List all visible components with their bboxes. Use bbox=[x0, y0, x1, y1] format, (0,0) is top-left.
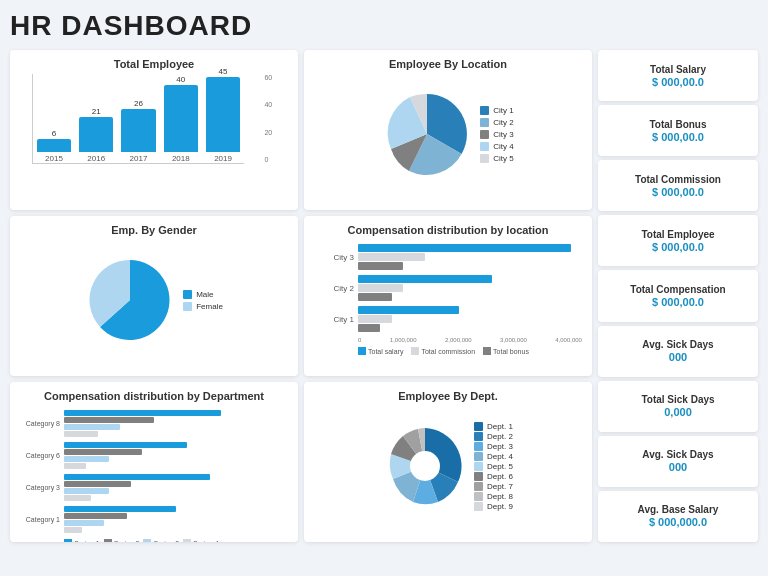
comp-dept-bars: Category 8 Category 6 Category 3 bbox=[20, 406, 288, 542]
hbar-cat3: Category 3 bbox=[20, 474, 288, 501]
main-grid: Total Employee 6 2015 21 2016 26 2017 bbox=[10, 50, 758, 542]
comp-by-dept-card: Compensation distribution by Department … bbox=[10, 382, 298, 542]
kpi-total-sick-days: Total Sick Days 0,000 bbox=[598, 381, 758, 432]
emp-by-dept-card: Employee By Dept. Dept. 1 bbox=[304, 382, 592, 542]
emp-by-gender-card: Emp. By Gender Male Female bbox=[10, 216, 298, 376]
legend-dept6: Dept. 6 bbox=[474, 472, 513, 481]
location-pie-chart bbox=[382, 89, 472, 179]
legend-city2: City 2 bbox=[480, 118, 513, 127]
gender-pie-container: Male Female bbox=[20, 240, 288, 360]
total-employee-title: Total Employee bbox=[20, 58, 288, 70]
legend-dept8: Dept. 8 bbox=[474, 492, 513, 501]
location-pie-container: City 1 City 2 City 3 City 4 City 5 bbox=[314, 74, 582, 194]
gender-legend: Male Female bbox=[183, 290, 223, 311]
legend-dept5: Dept. 5 bbox=[474, 462, 513, 471]
bar-2015: 6 2015 bbox=[37, 129, 71, 163]
legend-male: Male bbox=[183, 290, 223, 299]
hbar-cat8: Category 8 bbox=[20, 410, 288, 437]
legend-series1: Series 1 bbox=[64, 539, 100, 542]
hbar-city1: City 1 bbox=[314, 306, 582, 332]
emp-by-dept-title: Employee By Dept. bbox=[314, 390, 582, 402]
legend-city1: City 1 bbox=[480, 106, 513, 115]
kpi-total-bonus: Total Bonus $ 000,00.0 bbox=[598, 105, 758, 156]
hbar-x-axis: 0 1,000,000 2,000,000 3,000,000 4,000,00… bbox=[358, 337, 582, 343]
kpi-total-employee: Total Employee $ 000,00.0 bbox=[598, 215, 758, 266]
kpi-avg-sick-days-1: Avg. Sick Days 000 bbox=[598, 326, 758, 377]
location-legend: City 1 City 2 City 3 City 4 City 5 bbox=[480, 106, 513, 163]
comp-by-location-card: Compensation distribution by location Ci… bbox=[304, 216, 592, 376]
legend-series4: Series 4 bbox=[183, 539, 219, 542]
legend-city4: City 4 bbox=[480, 142, 513, 151]
bar-2019: 45 2019 bbox=[206, 67, 240, 163]
svg-point-0 bbox=[410, 451, 440, 481]
dept-pie-container: Dept. 1 Dept. 2 Dept. 3 Dept. 4 Dept. 5 bbox=[314, 406, 582, 526]
legend-dept4: Dept. 4 bbox=[474, 452, 513, 461]
comp-by-dept-title: Compensation distribution by Department bbox=[20, 390, 288, 402]
legend-dept3: Dept. 3 bbox=[474, 442, 513, 451]
kpi-column: Total Salary $ 000,00.0 Total Bonus $ 00… bbox=[598, 50, 758, 542]
legend-series2: Series 2 bbox=[104, 539, 140, 542]
legend-dept9: Dept. 9 bbox=[474, 502, 513, 511]
legend-dept2: Dept. 2 bbox=[474, 432, 513, 441]
kpi-total-commission: Total Commission $ 000,00.0 bbox=[598, 160, 758, 211]
legend-dept7: Dept. 7 bbox=[474, 482, 513, 491]
dashboard-title: HR DASHBOARD bbox=[10, 10, 758, 42]
kpi-avg-sick-days-2: Avg. Sick Days 000 bbox=[598, 436, 758, 487]
hbar-city2: City 2 bbox=[314, 275, 582, 301]
legend-city3: City 3 bbox=[480, 130, 513, 139]
legend-series3: Series 3 bbox=[143, 539, 179, 542]
hbar-cat1: Category 1 bbox=[20, 506, 288, 533]
bar-chart: 6 2015 21 2016 26 2017 40 2018 bbox=[32, 74, 244, 164]
legend-total-commission: Total commission bbox=[411, 347, 475, 355]
comp-location-bars: City 3 City 2 City 1 bbox=[314, 240, 582, 359]
legend-dept1: Dept. 1 bbox=[474, 422, 513, 431]
dept-pie-chart bbox=[383, 424, 468, 509]
comp-by-location-title: Compensation distribution by location bbox=[314, 224, 582, 236]
kpi-total-compensation: Total Compensation $ 000,00.0 bbox=[598, 270, 758, 321]
comp-dept-legend: Series 1 Series 2 Series 3 Series 4 bbox=[64, 539, 288, 542]
bar-2017: 26 2017 bbox=[121, 99, 155, 163]
hbar-cat6: Category 6 bbox=[20, 442, 288, 469]
hbar-city3: City 3 bbox=[314, 244, 582, 270]
legend-total-bonus: Total bonus bbox=[483, 347, 529, 355]
legend-city5: City 5 bbox=[480, 154, 513, 163]
emp-by-gender-title: Emp. By Gender bbox=[20, 224, 288, 236]
y-axis: 0 20 40 60 bbox=[264, 74, 272, 163]
legend-female: Female bbox=[183, 302, 223, 311]
employee-by-location-title: Employee By Location bbox=[314, 58, 582, 70]
gender-pie-chart bbox=[85, 255, 175, 345]
dept-legend: Dept. 1 Dept. 2 Dept. 3 Dept. 4 Dept. 5 bbox=[474, 422, 513, 511]
total-employee-card: Total Employee 6 2015 21 2016 26 2017 bbox=[10, 50, 298, 210]
kpi-avg-base-salary: Avg. Base Salary $ 000,000.0 bbox=[598, 491, 758, 542]
legend-total-salary: Total salary bbox=[358, 347, 403, 355]
bar-2018: 40 2018 bbox=[164, 75, 198, 163]
kpi-total-salary: Total Salary $ 000,00.0 bbox=[598, 50, 758, 101]
employee-by-location-card: Employee By Location City 1 bbox=[304, 50, 592, 210]
comp-location-legend: Total salary Total commission Total bonu… bbox=[358, 347, 582, 355]
bar-2016: 21 2016 bbox=[79, 107, 113, 163]
